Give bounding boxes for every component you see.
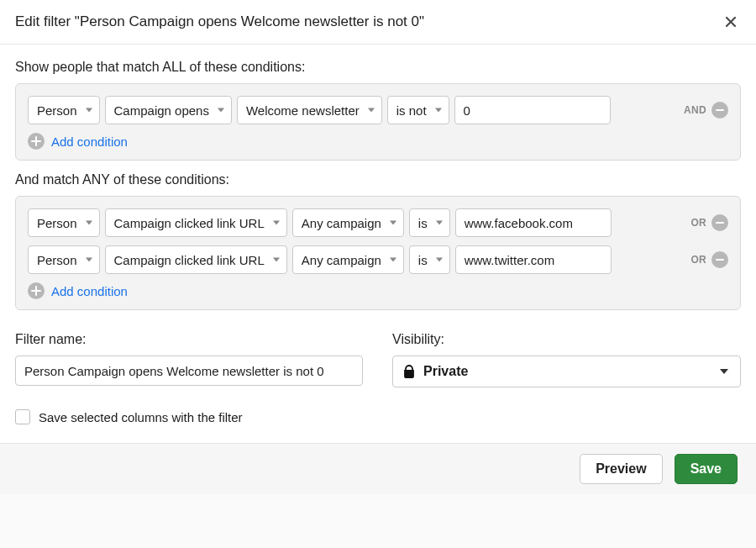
- save-columns-label: Save selected columns with the filter: [39, 410, 243, 424]
- subfield-select[interactable]: Welcome newsletter: [237, 96, 382, 124]
- logic-label: OR: [690, 254, 706, 266]
- close-icon: [724, 15, 738, 29]
- chevron-down-icon: [273, 258, 280, 262]
- remove-condition-button[interactable]: [711, 251, 728, 268]
- plus-icon: [28, 133, 45, 150]
- chevron-down-icon: [435, 108, 442, 113]
- visibility-label: Visibility:: [392, 332, 741, 347]
- modal-title: Edit filter "Person Campaign opens Welco…: [15, 13, 424, 30]
- visibility-col: Visibility: Private: [392, 332, 741, 387]
- chevron-down-icon: [368, 108, 375, 113]
- minus-icon: [716, 259, 724, 261]
- condition-row: Person Campaign clicked link URL Any cam…: [28, 208, 728, 237]
- remove-condition-button[interactable]: [711, 214, 728, 231]
- row-tail: AND: [684, 102, 728, 119]
- visibility-select[interactable]: Private: [392, 356, 741, 387]
- modal-footer: Preview Save: [0, 443, 756, 494]
- operator-select[interactable]: is: [409, 245, 450, 274]
- field-select[interactable]: Campaign opens: [105, 96, 232, 124]
- chevron-down-icon: [86, 108, 92, 113]
- remove-condition-button[interactable]: [711, 102, 728, 119]
- chevron-down-icon: [86, 221, 92, 225]
- edit-filter-modal: Edit filter "Person Campaign opens Welco…: [0, 0, 756, 494]
- add-condition-row[interactable]: Add condition: [28, 282, 728, 299]
- any-conditions-group: Person Campaign clicked link URL Any cam…: [15, 196, 741, 310]
- entity-select[interactable]: Person: [28, 208, 100, 237]
- filter-name-input[interactable]: [15, 356, 363, 386]
- chevron-down-icon: [720, 369, 728, 374]
- add-condition-link: Add condition: [51, 284, 128, 298]
- plus-icon: [28, 282, 45, 299]
- field-select[interactable]: Campaign clicked link URL: [105, 208, 287, 237]
- value-input[interactable]: [455, 208, 612, 237]
- lock-icon: [403, 365, 415, 378]
- svg-rect-0: [405, 371, 413, 377]
- save-columns-row: Save selected columns with the filter: [15, 409, 741, 424]
- preview-button[interactable]: Preview: [580, 454, 662, 484]
- value-input[interactable]: [455, 245, 612, 274]
- all-conditions-group: Person Campaign opens Welcome newsletter…: [15, 83, 741, 161]
- value-input[interactable]: [454, 96, 611, 124]
- entity-select[interactable]: Person: [28, 245, 100, 274]
- chevron-down-icon: [86, 258, 92, 262]
- minus-icon: [716, 109, 724, 111]
- filter-name-label: Filter name:: [15, 332, 364, 347]
- chevron-down-icon: [390, 221, 396, 225]
- chevron-down-icon: [273, 221, 280, 225]
- row-tail: OR: [690, 251, 728, 268]
- add-condition-link: Add condition: [51, 134, 128, 149]
- condition-row: Person Campaign clicked link URL Any cam…: [28, 245, 728, 274]
- save-button[interactable]: Save: [675, 454, 738, 484]
- operator-select[interactable]: is not: [387, 96, 449, 124]
- any-conditions-label: And match ANY of these conditions:: [15, 172, 741, 187]
- logic-label: OR: [690, 217, 706, 229]
- modal-header: Edit filter "Person Campaign opens Welco…: [0, 0, 756, 45]
- filter-name-col: Filter name:: [15, 332, 364, 387]
- save-columns-checkbox[interactable]: [15, 409, 30, 424]
- close-button[interactable]: [721, 12, 741, 32]
- chevron-down-icon: [390, 258, 396, 262]
- chevron-down-icon: [436, 221, 443, 225]
- add-condition-row[interactable]: Add condition: [28, 133, 728, 150]
- minus-icon: [716, 222, 724, 224]
- operator-select[interactable]: is: [409, 208, 450, 237]
- meta-row: Filter name: Visibility: Private: [15, 332, 741, 387]
- visibility-value: Private: [423, 364, 468, 379]
- subfield-select[interactable]: Any campaign: [292, 208, 404, 237]
- chevron-down-icon: [436, 258, 443, 262]
- all-conditions-label: Show people that match ALL of these cond…: [15, 60, 741, 75]
- condition-row: Person Campaign opens Welcome newsletter…: [28, 96, 728, 124]
- logic-label: AND: [684, 104, 706, 116]
- modal-body: Show people that match ALL of these cond…: [0, 45, 756, 443]
- subfield-select[interactable]: Any campaign: [292, 245, 404, 274]
- entity-select[interactable]: Person: [28, 96, 100, 124]
- field-select[interactable]: Campaign clicked link URL: [105, 245, 287, 274]
- chevron-down-icon: [218, 108, 224, 113]
- row-tail: OR: [690, 214, 728, 231]
